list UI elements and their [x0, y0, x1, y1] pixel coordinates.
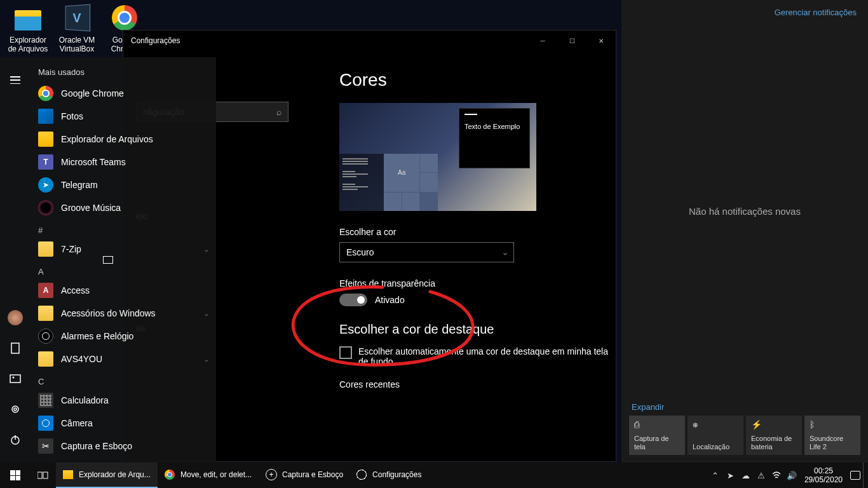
color-mode-dropdown[interactable]: Escuro ⌵	[339, 242, 514, 262]
taskbar-clock[interactable]: 00:25 29/05/2020	[799, 466, 848, 484]
notifications-empty: Não há notificações novas	[621, 25, 868, 397]
taskbar-item-explorer[interactable]: Explorador de Arqu...	[56, 463, 158, 488]
start-item-chrome[interactable]: Google Chrome	[31, 82, 216, 105]
chevron-down-icon: ⌵	[205, 310, 208, 317]
tray-volume-icon[interactable]: 🔊	[784, 463, 799, 488]
start-item-teams[interactable]: TMicrosoft Teams	[31, 151, 216, 173]
task-view-icon	[37, 471, 49, 480]
quick-action-bluetooth[interactable]: ᛒSoundcore Life 2	[804, 416, 860, 455]
svg-rect-0	[11, 343, 19, 353]
start-item-photos[interactable]: Fotos	[31, 105, 216, 128]
choose-color-label: Escolher a cor	[339, 227, 609, 237]
desktop-icon-label: Oracle VM VirtualBox	[54, 36, 100, 53]
start-item-access[interactable]: AAccess	[31, 279, 216, 302]
location-icon: ⎈	[693, 419, 738, 430]
documents-button[interactable]	[0, 333, 31, 363]
start-menu: Mais usados Google Chrome Fotos Explorad…	[0, 57, 216, 463]
svg-rect-1	[10, 375, 20, 383]
teams-icon: T	[38, 154, 53, 170]
file-explorer-icon	[63, 470, 73, 479]
start-item-windows-accessories[interactable]: Acessórios do Windows⌵	[31, 302, 216, 325]
svg-rect-8	[43, 472, 48, 478]
maximize-button[interactable]: ☐	[557, 30, 587, 51]
section-letter[interactable]: C	[31, 370, 216, 389]
quick-action-screenshot[interactable]: ⎙Captura de tela	[629, 416, 685, 455]
pictures-button[interactable]	[0, 363, 31, 394]
folder-icon	[38, 351, 53, 367]
taskbar-item-chrome[interactable]: Move, edit, or delet...	[158, 463, 259, 488]
camera-icon	[38, 416, 53, 431]
svg-rect-7	[37, 472, 42, 478]
quick-action-battery-saver[interactable]: ⚡Economia de bateria	[746, 416, 802, 455]
action-center: Gerenciar notificações Não há notificaçõ…	[621, 0, 868, 463]
start-app-list[interactable]: Mais usados Google Chrome Fotos Explorad…	[31, 57, 216, 463]
start-button[interactable]	[0, 463, 31, 488]
screenshot-icon: ⎙	[634, 419, 680, 430]
file-explorer-icon	[38, 132, 53, 147]
start-item-calculator[interactable]: Calculadora	[31, 389, 216, 412]
manage-notifications-link[interactable]: Gerenciar notificações	[775, 8, 857, 17]
taskbar-item-settings[interactable]: Configurações	[349, 463, 428, 488]
tray-onedrive-icon[interactable]: ☁	[738, 463, 754, 488]
section-letter[interactable]: A	[31, 261, 216, 279]
svg-point-3	[12, 406, 18, 412]
gear-icon	[356, 470, 367, 480]
virtualbox-icon	[62, 3, 92, 33]
transparency-label: Efeitos de transparência	[339, 278, 609, 288]
user-account-button[interactable]	[0, 302, 31, 333]
auto-pick-label: Escolher automaticamente uma cor de dest…	[358, 346, 609, 367]
start-item-alarms[interactable]: Alarmes e Relógio	[31, 325, 216, 348]
start-item-groove[interactable]: Groove Música	[31, 196, 216, 219]
folder-icon	[38, 241, 53, 257]
search-icon: ⌕	[276, 107, 281, 117]
taskbar-item-snip[interactable]: Captura e Esboço	[259, 463, 349, 488]
tray-overflow[interactable]: ⌃	[708, 463, 723, 488]
start-item-explorer[interactable]: Explorador de Arquivos	[31, 128, 216, 151]
expand-quick-actions[interactable]: Expandir	[629, 402, 860, 412]
start-item-avs4you[interactable]: AVS4YOU⌵	[31, 348, 216, 370]
taskbar: Explorador de Arqu... Move, edit, or del…	[0, 463, 868, 488]
minimize-button[interactable]: ─	[528, 30, 557, 51]
snip-icon	[266, 469, 277, 480]
start-item-telegram[interactable]: ➤Telegram	[31, 173, 216, 196]
start-item-camera[interactable]: Câmera	[31, 412, 216, 435]
wifi-icon	[772, 471, 781, 480]
tray-wifi-icon[interactable]: ⚠	[754, 463, 769, 488]
auto-pick-checkbox[interactable]	[339, 346, 352, 359]
show-desktop-button[interactable]	[863, 463, 868, 488]
photos-icon	[38, 109, 53, 124]
file-explorer-icon	[13, 3, 43, 33]
transparency-toggle[interactable]	[339, 294, 367, 306]
hamburger-icon	[10, 76, 20, 84]
pictures-icon	[10, 373, 21, 384]
color-preview: Aa Texto de Exemplo	[339, 103, 536, 211]
notification-icon	[850, 471, 860, 480]
start-item-7zip[interactable]: 7-Zip⌵	[31, 238, 216, 261]
start-item-snip[interactable]: Captura e Esboço	[31, 435, 216, 458]
recent-colors-label: Cores recentes	[339, 379, 609, 390]
chrome-icon	[165, 470, 175, 480]
tray-telegram-icon[interactable]: ➤	[723, 463, 738, 488]
close-button[interactable]: ✕	[587, 30, 616, 51]
chevron-down-icon: ⌵	[503, 249, 507, 256]
chevron-down-icon: ⌵	[205, 356, 208, 363]
power-button[interactable]	[0, 424, 31, 455]
battery-icon: ⚡	[751, 419, 797, 430]
alarm-icon	[38, 329, 53, 344]
page-title: Cores	[339, 70, 609, 90]
start-expand-button[interactable]	[0, 65, 31, 95]
task-view-button[interactable]	[31, 463, 56, 488]
avatar-icon	[8, 310, 23, 325]
folder-icon	[38, 306, 53, 321]
settings-titlebar[interactable]: Configurações ─ ☐ ✕	[123, 30, 616, 51]
section-letter[interactable]: #	[31, 219, 216, 238]
desktop-icon-file-explorer[interactable]: Explorador de Arquivos	[5, 3, 51, 53]
gear-icon	[10, 403, 21, 415]
toggle-state: Ativado	[375, 295, 405, 305]
quick-action-location[interactable]: ⎈Localização	[688, 416, 743, 455]
power-icon	[10, 434, 21, 445]
desktop-icon-virtualbox[interactable]: Oracle VM VirtualBox	[54, 3, 100, 53]
tray-network-icon[interactable]	[769, 463, 784, 488]
settings-button[interactable]	[0, 394, 31, 424]
action-center-button[interactable]	[848, 463, 863, 488]
